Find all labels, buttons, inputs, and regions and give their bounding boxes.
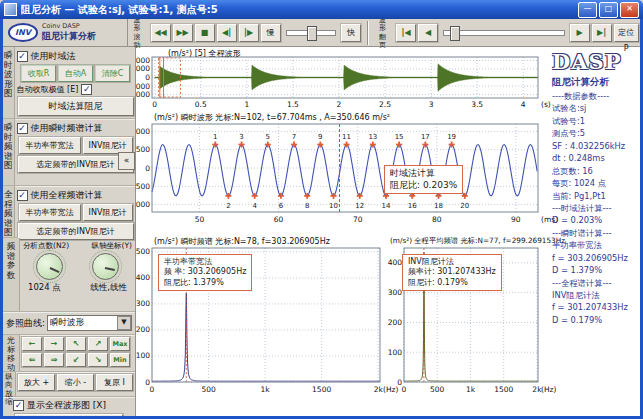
param-line: D = 1.379% xyxy=(552,264,640,276)
auto-button[interactable]: 自动A xyxy=(58,65,93,82)
page-last-button[interactable]: ▶| xyxy=(592,24,612,42)
checkbox-use-time-domain[interactable] xyxy=(17,51,28,62)
checkbox-auto-extreme[interactable] xyxy=(81,84,92,95)
svg-text:5: 5 xyxy=(266,133,270,141)
svg-text:60: 60 xyxy=(274,215,284,224)
slow-button[interactable]: 慢 xyxy=(261,24,281,42)
collapse-panel-button[interactable]: « xyxy=(118,152,135,170)
cursor-up-right-button[interactable]: ↗ xyxy=(88,337,108,351)
axis-knob[interactable] xyxy=(92,253,119,280)
time-domain-damping-button[interactable]: 时域法算阻尼 xyxy=(18,97,134,116)
instant-waveform-plot[interactable]: 506070809010005000-500-1000(ms)123456789… xyxy=(138,112,548,234)
svg-text:1.5: 1.5 xyxy=(287,100,299,109)
inv-damping-button-2[interactable]: INV阻尼计 xyxy=(83,204,133,221)
svg-text:200: 200 xyxy=(388,318,403,327)
svg-text:0: 0 xyxy=(150,385,155,394)
tooltip-damping: 阻尼计: 0.179% xyxy=(408,278,496,288)
svg-text:13: 13 xyxy=(368,133,377,141)
svg-text:20: 20 xyxy=(460,202,469,210)
cursor-max-button[interactable]: Max xyxy=(110,337,130,351)
instant-spectrum-title: (m/s²) 瞬时频谱 光标:N=78, f=303.206905Hz xyxy=(154,236,330,247)
param-line: ----数据参数---- xyxy=(552,90,640,102)
select-other-point-button[interactable]: 选择其它测点[X] xyxy=(15,414,123,419)
reference-curve-value: 瞬时波形 xyxy=(50,317,84,329)
checkbox-use-full-spectrum[interactable] xyxy=(17,190,28,201)
checkbox-show-full-waveform[interactable] xyxy=(13,400,24,411)
tab-cursor-move: 光标移动 xyxy=(3,335,20,371)
page-slider[interactable] xyxy=(443,30,564,36)
svg-text:6: 6 xyxy=(279,202,284,210)
cursor-right-button[interactable]: → xyxy=(44,337,64,351)
tab-instant-spectrum: 瞬时频谱图 xyxy=(3,119,15,185)
param-line: SF : 4.032256kHz xyxy=(552,140,640,152)
page-prev-button[interactable]: ◀ xyxy=(418,24,438,42)
brand-block: INV Coinv DASP 阻尼计算分析 xyxy=(3,19,128,46)
maximize-button[interactable]: □ xyxy=(599,2,618,18)
svg-text:3: 3 xyxy=(239,133,243,141)
svg-text:3.5: 3.5 xyxy=(471,100,483,109)
checkbox-use-instant-spectrum[interactable] xyxy=(17,123,28,134)
param-line: ---时域法计算--- xyxy=(552,202,640,214)
svg-text:7: 7 xyxy=(292,133,296,141)
svg-text:1k: 1k xyxy=(261,385,271,394)
instant-waveform-chart: (m/s²) 瞬时波形 光标:N=102, t=67.704ms , A=350… xyxy=(138,112,548,234)
half-power-button-1[interactable]: 半功率带宽法 xyxy=(19,137,81,154)
tooltip-value: 阻尼比: 0.203% xyxy=(390,180,457,192)
clear-button[interactable]: 清除C xyxy=(95,65,130,82)
section-cursor-move: 光标移动 ← → ↖ ↗ Max ⇐ ⇒ ↙ ↘ Min xyxy=(3,335,135,372)
average-spectrum-title: (m/s²) 全程平均频谱 光标:N=77, f=299.269153Hz xyxy=(390,236,565,246)
locate-button[interactable]: 定位P xyxy=(614,24,639,42)
points-value: 1024 点 xyxy=(28,282,61,294)
cursor-fast-right-button[interactable]: ⇒ xyxy=(44,353,64,367)
close-button[interactable]: ✕ xyxy=(620,2,639,18)
brand-line1: Coinv DASP xyxy=(42,22,96,30)
cursor-min-button[interactable]: Min xyxy=(110,353,130,367)
minimize-button[interactable]: — xyxy=(578,2,597,18)
time-domain-result-tooltip: 时域法计算 阻尼比: 0.203% xyxy=(384,165,463,194)
reference-curve-select[interactable]: 瞬时波形 ▼ xyxy=(47,315,132,331)
reference-curve-label: 参照曲线: xyxy=(6,317,45,330)
cursor-fast-left-button[interactable]: ⇐ xyxy=(22,353,42,367)
points-knob[interactable] xyxy=(36,253,63,280)
speed-slider-thumb[interactable] xyxy=(307,26,317,41)
svg-text:2: 2 xyxy=(226,202,230,210)
speed-slider[interactable] xyxy=(286,30,337,36)
page-first-button[interactable]: |◀ xyxy=(396,24,416,42)
svg-text:500: 500 xyxy=(136,247,151,256)
tooltip-title: 半功率带宽法 xyxy=(164,257,246,267)
toolbar-separator xyxy=(367,21,368,45)
param-line: f = 303.206905Hz xyxy=(552,252,640,264)
half-power-button-2[interactable]: 半功率带宽法 xyxy=(19,204,81,221)
scroll-step-forward-button[interactable]: |▶ xyxy=(239,24,259,42)
app-icon xyxy=(4,3,17,16)
svg-text:1k: 1k xyxy=(466,385,476,394)
cursor-left-button[interactable]: ← xyxy=(22,337,42,351)
page-next-button[interactable]: ▶ xyxy=(570,24,590,42)
cursor-down-right-button[interactable]: ↘ xyxy=(88,353,108,367)
title-bar: 阻尼分析 — 试验名:sj, 试验号:1, 测点号:5 — □ ✕ xyxy=(0,0,643,19)
param-line: 测点号:5 xyxy=(552,127,640,139)
band-inv-damping-button-1[interactable]: 选定频带的INV阻尼计 xyxy=(18,156,134,173)
svg-text:0: 0 xyxy=(402,385,407,394)
scroll-forward-fast-button[interactable]: ▶▶ xyxy=(173,24,193,42)
cursor-up-left-button[interactable]: ↖ xyxy=(66,337,86,351)
fast-button[interactable]: 快 xyxy=(341,24,361,42)
svg-text:90: 90 xyxy=(511,215,521,224)
cursor-down-left-button[interactable]: ↙ xyxy=(66,353,86,367)
zoom-reset-button[interactable]: 复原 I xyxy=(96,374,133,391)
collect-button[interactable]: 收取R xyxy=(21,65,56,82)
tooltip-title: 时域法计算 xyxy=(390,168,457,180)
full-waveform-chart: (m/s²) [5] 全程波形 00.511.522.533.542000100… xyxy=(138,48,548,112)
zoom-in-button[interactable]: 放大 + xyxy=(18,374,55,391)
scroll-step-back-button[interactable]: ◀| xyxy=(217,24,237,42)
scroll-stop-button[interactable]: ■ xyxy=(195,24,215,42)
scroll-back-fast-button[interactable]: ◀◀ xyxy=(151,24,171,42)
svg-text:0.5: 0.5 xyxy=(195,100,207,109)
svg-text:70: 70 xyxy=(353,215,363,224)
svg-text:15: 15 xyxy=(395,133,404,141)
tooltip-frequency: 频率计: 301.207433Hz xyxy=(408,267,496,277)
svg-text:2k: 2k xyxy=(374,385,384,394)
zoom-out-button[interactable]: 缩小 - xyxy=(57,374,94,391)
page-slider-thumb[interactable] xyxy=(450,26,460,41)
chevron-down-icon[interactable]: ▼ xyxy=(117,316,131,330)
